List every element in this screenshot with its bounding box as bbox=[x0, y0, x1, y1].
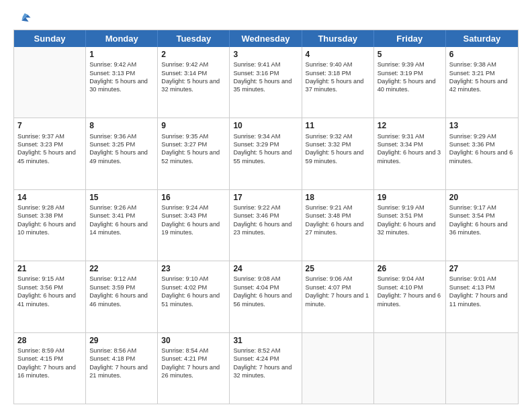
header-day-saturday: Saturday bbox=[446, 30, 518, 47]
day-31: 31Sunrise: 8:52 AMSunset: 4:24 PMDayligh… bbox=[230, 333, 302, 404]
day-29: 29Sunrise: 8:56 AMSunset: 4:18 PMDayligh… bbox=[86, 333, 158, 404]
day-number: 12 bbox=[378, 120, 442, 131]
day-number: 6 bbox=[449, 49, 515, 60]
day-info: Sunrise: 9:40 AMSunset: 3:18 PMDaylight:… bbox=[306, 60, 370, 94]
day-info: Sunrise: 9:38 AMSunset: 3:21 PMDaylight:… bbox=[449, 60, 515, 94]
day-25: 25Sunrise: 9:06 AMSunset: 4:07 PMDayligh… bbox=[302, 261, 374, 332]
day-info: Sunrise: 9:15 AMSunset: 3:56 PMDaylight:… bbox=[17, 275, 82, 308]
day-info: Sunrise: 8:52 AMSunset: 4:24 PMDaylight:… bbox=[233, 347, 298, 380]
calendar-header: SundayMondayTuesdayWednesdayThursdayFrid… bbox=[14, 30, 518, 47]
day-info: Sunrise: 9:35 AMSunset: 3:27 PMDaylight:… bbox=[161, 132, 226, 166]
day-info: Sunrise: 9:34 AMSunset: 3:29 PMDaylight:… bbox=[233, 132, 298, 166]
week-row-2: 7Sunrise: 9:37 AMSunset: 3:23 PMDaylight… bbox=[14, 118, 518, 189]
day-1: 1Sunrise: 9:42 AMSunset: 3:13 PMDaylight… bbox=[86, 47, 158, 118]
day-number: 4 bbox=[306, 49, 370, 60]
day-number: 26 bbox=[378, 263, 442, 274]
day-info: Sunrise: 9:06 AMSunset: 4:07 PMDaylight:… bbox=[306, 275, 370, 308]
day-28: 28Sunrise: 8:59 AMSunset: 4:15 PMDayligh… bbox=[14, 333, 86, 404]
day-info: Sunrise: 9:42 AMSunset: 3:13 PMDaylight:… bbox=[89, 60, 154, 94]
day-info: Sunrise: 9:28 AMSunset: 3:38 PMDaylight:… bbox=[17, 203, 82, 237]
day-info: Sunrise: 9:01 AMSunset: 4:13 PMDaylight:… bbox=[449, 275, 515, 308]
day-7: 7Sunrise: 9:37 AMSunset: 3:23 PMDaylight… bbox=[14, 118, 86, 189]
empty-cell bbox=[302, 333, 374, 404]
header-day-friday: Friday bbox=[374, 30, 446, 47]
week-row-3: 14Sunrise: 9:28 AMSunset: 3:38 PMDayligh… bbox=[14, 190, 518, 261]
day-number: 1 bbox=[89, 49, 154, 60]
day-27: 27Sunrise: 9:01 AMSunset: 4:13 PMDayligh… bbox=[446, 261, 518, 332]
day-info: Sunrise: 8:54 AMSunset: 4:21 PMDaylight:… bbox=[161, 347, 226, 380]
day-16: 16Sunrise: 9:24 AMSunset: 3:43 PMDayligh… bbox=[158, 190, 230, 261]
day-9: 9Sunrise: 9:35 AMSunset: 3:27 PMDaylight… bbox=[158, 118, 230, 189]
empty-cell bbox=[374, 333, 446, 404]
day-17: 17Sunrise: 9:22 AMSunset: 3:46 PMDayligh… bbox=[230, 190, 302, 261]
day-3: 3Sunrise: 9:41 AMSunset: 3:16 PMDaylight… bbox=[230, 47, 302, 118]
header-day-monday: Monday bbox=[86, 30, 158, 47]
day-2: 2Sunrise: 9:42 AMSunset: 3:14 PMDaylight… bbox=[158, 47, 230, 118]
header-day-tuesday: Tuesday bbox=[158, 30, 230, 47]
week-row-4: 21Sunrise: 9:15 AMSunset: 3:56 PMDayligh… bbox=[14, 261, 518, 332]
logo bbox=[13, 11, 32, 23]
day-20: 20Sunrise: 9:17 AMSunset: 3:54 PMDayligh… bbox=[446, 190, 518, 261]
day-info: Sunrise: 9:41 AMSunset: 3:16 PMDaylight:… bbox=[233, 60, 298, 94]
day-number: 11 bbox=[306, 120, 370, 131]
day-number: 31 bbox=[233, 335, 298, 346]
day-15: 15Sunrise: 9:26 AMSunset: 3:41 PMDayligh… bbox=[86, 190, 158, 261]
day-number: 8 bbox=[89, 120, 154, 131]
day-number: 21 bbox=[17, 263, 82, 274]
day-number: 14 bbox=[17, 192, 82, 203]
day-number: 5 bbox=[378, 49, 442, 60]
day-info: Sunrise: 9:10 AMSunset: 4:02 PMDaylight:… bbox=[161, 275, 226, 308]
day-11: 11Sunrise: 9:32 AMSunset: 3:32 PMDayligh… bbox=[302, 118, 374, 189]
day-number: 29 bbox=[89, 335, 154, 346]
day-info: Sunrise: 9:37 AMSunset: 3:23 PMDaylight:… bbox=[17, 132, 82, 166]
calendar: SundayMondayTuesdayWednesdayThursdayFrid… bbox=[13, 30, 519, 404]
day-23: 23Sunrise: 9:10 AMSunset: 4:02 PMDayligh… bbox=[158, 261, 230, 332]
day-info: Sunrise: 9:21 AMSunset: 3:48 PMDaylight:… bbox=[306, 203, 370, 237]
day-info: Sunrise: 9:24 AMSunset: 3:43 PMDaylight:… bbox=[161, 203, 226, 237]
day-info: Sunrise: 9:42 AMSunset: 3:14 PMDaylight:… bbox=[161, 60, 226, 94]
day-number: 9 bbox=[161, 120, 226, 131]
day-12: 12Sunrise: 9:31 AMSunset: 3:34 PMDayligh… bbox=[374, 118, 446, 189]
day-number: 18 bbox=[306, 192, 370, 203]
day-number: 17 bbox=[233, 192, 298, 203]
day-info: Sunrise: 9:04 AMSunset: 4:10 PMDaylight:… bbox=[378, 275, 442, 308]
day-number: 22 bbox=[89, 263, 154, 274]
day-18: 18Sunrise: 9:21 AMSunset: 3:48 PMDayligh… bbox=[302, 190, 374, 261]
day-6: 6Sunrise: 9:38 AMSunset: 3:21 PMDaylight… bbox=[446, 47, 518, 118]
day-5: 5Sunrise: 9:39 AMSunset: 3:19 PMDaylight… bbox=[374, 47, 446, 118]
day-number: 19 bbox=[378, 192, 442, 203]
calendar-body: 1Sunrise: 9:42 AMSunset: 3:13 PMDaylight… bbox=[14, 47, 518, 404]
day-info: Sunrise: 9:22 AMSunset: 3:46 PMDaylight:… bbox=[233, 203, 298, 237]
day-number: 3 bbox=[233, 49, 298, 60]
logo-bird-icon bbox=[17, 11, 32, 26]
day-21: 21Sunrise: 9:15 AMSunset: 3:56 PMDayligh… bbox=[14, 261, 86, 332]
day-number: 27 bbox=[449, 263, 515, 274]
day-info: Sunrise: 9:12 AMSunset: 3:59 PMDaylight:… bbox=[89, 275, 154, 308]
week-row-5: 28Sunrise: 8:59 AMSunset: 4:15 PMDayligh… bbox=[14, 333, 518, 404]
day-13: 13Sunrise: 9:29 AMSunset: 3:36 PMDayligh… bbox=[446, 118, 518, 189]
empty-cell bbox=[14, 47, 86, 118]
day-info: Sunrise: 9:19 AMSunset: 3:51 PMDaylight:… bbox=[378, 203, 442, 237]
header-day-thursday: Thursday bbox=[302, 30, 374, 47]
day-8: 8Sunrise: 9:36 AMSunset: 3:25 PMDaylight… bbox=[86, 118, 158, 189]
header-day-sunday: Sunday bbox=[14, 30, 86, 47]
day-number: 20 bbox=[449, 192, 515, 203]
day-info: Sunrise: 8:59 AMSunset: 4:15 PMDaylight:… bbox=[17, 347, 82, 380]
day-number: 2 bbox=[161, 49, 226, 60]
day-number: 16 bbox=[161, 192, 226, 203]
day-24: 24Sunrise: 9:08 AMSunset: 4:04 PMDayligh… bbox=[230, 261, 302, 332]
day-number: 25 bbox=[306, 263, 370, 274]
empty-cell bbox=[446, 333, 518, 404]
day-number: 15 bbox=[89, 192, 154, 203]
day-info: Sunrise: 9:08 AMSunset: 4:04 PMDaylight:… bbox=[233, 275, 298, 308]
day-26: 26Sunrise: 9:04 AMSunset: 4:10 PMDayligh… bbox=[374, 261, 446, 332]
day-info: Sunrise: 9:26 AMSunset: 3:41 PMDaylight:… bbox=[89, 203, 154, 237]
header bbox=[13, 11, 519, 23]
week-row-1: 1Sunrise: 9:42 AMSunset: 3:13 PMDaylight… bbox=[14, 47, 518, 118]
day-10: 10Sunrise: 9:34 AMSunset: 3:29 PMDayligh… bbox=[230, 118, 302, 189]
header-day-wednesday: Wednesday bbox=[230, 30, 302, 47]
day-info: Sunrise: 9:29 AMSunset: 3:36 PMDaylight:… bbox=[449, 132, 515, 166]
page: SundayMondayTuesdayWednesdayThursdayFrid… bbox=[0, 0, 532, 411]
day-number: 7 bbox=[17, 120, 82, 131]
day-14: 14Sunrise: 9:28 AMSunset: 3:38 PMDayligh… bbox=[14, 190, 86, 261]
